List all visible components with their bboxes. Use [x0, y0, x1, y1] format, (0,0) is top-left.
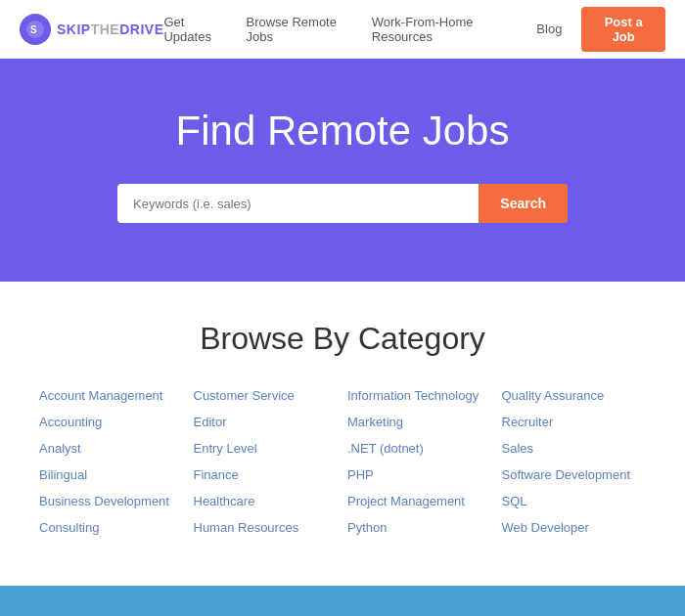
category-link[interactable]: Software Development	[502, 465, 647, 484]
logo-icon: S	[20, 14, 51, 45]
category-link[interactable]: Recruiter	[502, 413, 647, 431]
logo-text: SKIPTHEDRIVE	[57, 22, 163, 37]
logo[interactable]: S SKIPTHEDRIVE	[20, 14, 163, 45]
nav-work-from-home[interactable]: Work-From-Home Resources	[372, 15, 518, 44]
category-link[interactable]: Marketing	[347, 413, 492, 431]
category-link[interactable]: Entry Level	[194, 439, 339, 458]
category-link[interactable]: .NET (dotnet)	[347, 439, 492, 458]
category-grid: Account ManagementCustomer ServiceInform…	[39, 386, 646, 537]
header: S SKIPTHEDRIVE Get Updates Browse Remote…	[0, 0, 685, 59]
category-link[interactable]: Web Developer	[502, 518, 647, 537]
category-link[interactable]: Account Management	[39, 386, 184, 405]
category-link[interactable]: Information Technology	[347, 386, 492, 405]
category-link[interactable]: Healthcare	[194, 492, 339, 510]
browse-section: Browse By Category Account ManagementCus…	[0, 282, 685, 586]
post-job-button[interactable]: Post a Job	[581, 7, 665, 52]
search-input[interactable]	[117, 184, 479, 223]
category-link[interactable]: Consulting	[39, 518, 184, 537]
category-link[interactable]: Project Management	[347, 492, 492, 510]
nav-browse-remote-jobs[interactable]: Browse Remote Jobs	[246, 15, 351, 44]
category-link[interactable]: Editor	[194, 413, 339, 431]
category-link[interactable]: PHP	[347, 465, 492, 484]
category-link[interactable]: Human Resources	[194, 518, 339, 537]
browse-heading: Browse By Category	[39, 321, 646, 357]
category-link[interactable]: Bilingual	[39, 465, 184, 484]
category-link[interactable]: Accounting	[39, 413, 184, 431]
category-link[interactable]: SQL	[502, 492, 647, 510]
search-bar: Search	[117, 184, 568, 223]
category-link[interactable]: Quality Assurance	[502, 386, 647, 405]
category-link[interactable]: Finance	[194, 465, 339, 484]
category-link[interactable]: Python	[347, 518, 492, 537]
search-button[interactable]: Search	[479, 184, 568, 223]
hero-title: Find Remote Jobs	[20, 108, 665, 154]
nav-blog[interactable]: Blog	[536, 22, 562, 36]
why-section: Why SkipTheDrive? SIMPLE SEARCH 🔍 GREAT …	[0, 586, 685, 616]
category-link[interactable]: Sales	[502, 439, 647, 458]
category-link[interactable]: Analyst	[39, 439, 184, 458]
hero-section: Find Remote Jobs Search	[0, 59, 685, 282]
nav-get-updates[interactable]: Get Updates	[163, 15, 226, 44]
category-link[interactable]: Customer Service	[194, 386, 339, 405]
main-nav: Get Updates Browse Remote Jobs Work-From…	[163, 7, 665, 52]
category-link[interactable]: Business Development	[39, 492, 184, 510]
svg-text:S: S	[30, 24, 37, 35]
